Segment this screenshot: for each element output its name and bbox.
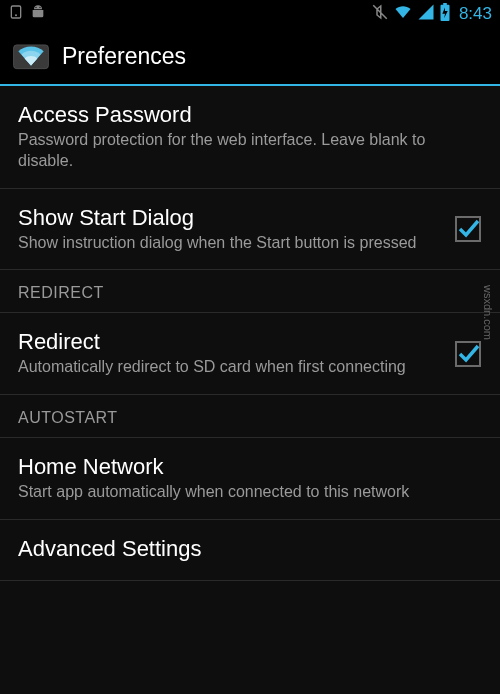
wifi-icon: [393, 3, 413, 25]
pref-title: Advanced Settings: [18, 536, 482, 562]
android-icon: [30, 4, 46, 24]
app-wifi-icon: [12, 37, 50, 75]
pref-summary: Show instruction dialog when the Start b…: [18, 233, 442, 254]
svg-point-1: [15, 14, 17, 16]
pref-title: Redirect: [18, 329, 442, 355]
preferences-list: Access Password Password protection for …: [0, 86, 500, 694]
pref-title: Access Password: [18, 102, 482, 128]
pref-title: Home Network: [18, 454, 482, 480]
pref-home-network[interactable]: Home Network Start app automatically whe…: [0, 438, 500, 520]
svg-rect-5: [443, 3, 447, 6]
status-clock: 8:43: [459, 4, 492, 24]
mute-icon: [371, 3, 389, 25]
watermark: wsxdn.com: [482, 285, 494, 340]
pref-title: Show Start Dialog: [18, 205, 442, 231]
pref-advanced-settings[interactable]: Advanced Settings: [0, 520, 500, 581]
battery-icon: [439, 3, 451, 25]
category-redirect: REDIRECT: [0, 270, 500, 313]
pref-summary: Automatically redirect to SD card when f…: [18, 357, 442, 378]
usb-debug-icon: [8, 4, 24, 24]
pref-show-start-dialog[interactable]: Show Start Dialog Show instruction dialo…: [0, 189, 500, 271]
pref-summary: Password protection for the web interfac…: [18, 130, 482, 172]
status-right: 8:43: [371, 3, 492, 25]
status-bar: 8:43: [0, 0, 500, 28]
pref-summary: Start app automatically when connected t…: [18, 482, 482, 503]
checkbox-checked-icon[interactable]: [454, 340, 482, 368]
svg-point-2: [35, 7, 36, 8]
category-autostart: AUTOSTART: [0, 395, 500, 438]
signal-icon: [417, 3, 435, 25]
action-bar: Preferences: [0, 28, 500, 86]
svg-point-3: [39, 7, 40, 8]
page-title: Preferences: [62, 43, 186, 70]
status-left: [8, 4, 46, 24]
checkbox-checked-icon[interactable]: [454, 215, 482, 243]
pref-access-password[interactable]: Access Password Password protection for …: [0, 86, 500, 189]
pref-redirect[interactable]: Redirect Automatically redirect to SD ca…: [0, 313, 500, 395]
